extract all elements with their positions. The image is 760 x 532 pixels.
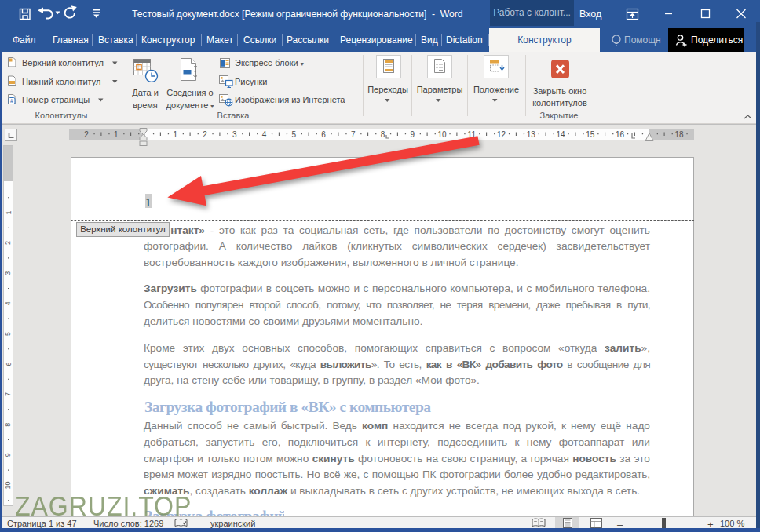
- svg-text:#: #: [10, 98, 13, 104]
